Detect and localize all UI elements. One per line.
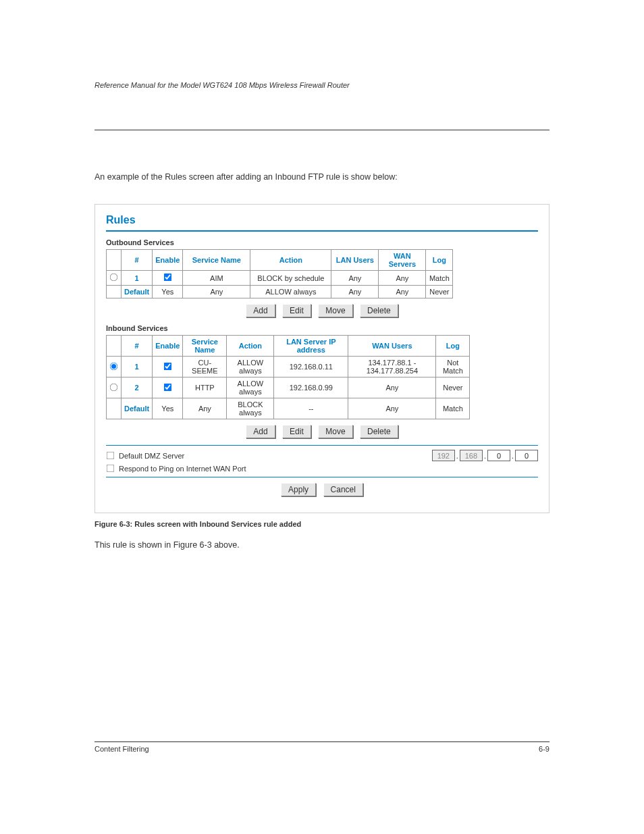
cell-wan: Any	[348, 377, 436, 398]
table-header: #	[122, 336, 153, 357]
table-header: Log	[436, 336, 470, 357]
page-footer: Content Filtering 6-9	[95, 741, 549, 753]
options-rule-top	[106, 445, 538, 446]
options-rule-bottom	[106, 477, 538, 477]
cell-service: Any	[183, 286, 250, 298]
table-header: LAN Server IP address	[274, 336, 348, 357]
cell-log: Never	[426, 286, 453, 298]
table-header: Enable	[153, 336, 183, 357]
table-header: Enable	[153, 250, 183, 271]
header-rule	[95, 130, 549, 130]
cell-lan: 192.168.0.99	[274, 377, 348, 398]
cell-service: Any	[183, 398, 227, 419]
dmz-checkbox[interactable]	[107, 452, 115, 460]
inbound-buttons: Add Edit Move Delete	[106, 425, 538, 438]
row-index[interactable]: Default	[122, 398, 153, 419]
body-paragraph: This rule is shown in Figure 6-3 above.	[95, 539, 549, 552]
ping-label: Respond to Ping on Internet WAN Port	[119, 465, 246, 473]
dmz-row: Default DMZ Server . . .	[106, 450, 538, 461]
cell-log: Match	[426, 271, 453, 286]
outbound-edit-button[interactable]: Edit	[282, 304, 311, 317]
cell-action: ALLOW always	[227, 377, 274, 398]
row-enable-checkbox[interactable]	[163, 384, 171, 392]
figure-caption: Figure 6-3: Rules screen with Inbound Se…	[95, 520, 549, 528]
cell-lan: --	[274, 398, 348, 419]
dmz-ip-3[interactable]	[487, 450, 510, 461]
table-row: DefaultYesAnyBLOCK always--AnyMatch	[107, 398, 470, 419]
row-select-radio[interactable]	[110, 273, 118, 282]
inbound-edit-button[interactable]: Edit	[282, 425, 311, 438]
rules-panel: Rules Outbound Services #EnableService N…	[95, 204, 549, 513]
inbound-delete-button[interactable]: Delete	[360, 425, 398, 438]
cancel-button[interactable]: Cancel	[323, 483, 363, 496]
cell-action: BLOCK always	[227, 398, 274, 419]
row-select-radio[interactable]	[110, 384, 118, 392]
table-header: WAN Users	[348, 336, 436, 357]
table-header: Service Name	[183, 336, 227, 357]
dmz-ip-2[interactable]	[460, 450, 483, 461]
dmz-ip-4[interactable]	[515, 450, 538, 461]
table-header: Service Name	[183, 250, 250, 271]
outbound-move-button[interactable]: Move	[318, 304, 352, 317]
cell-action: ALLOW always	[250, 286, 331, 298]
dmz-label: Default DMZ Server	[119, 452, 184, 460]
inbound-table: #EnableService NameActionLAN Server IP a…	[106, 335, 470, 419]
cell-service: AIM	[183, 271, 250, 286]
cell-lan: Any	[331, 286, 379, 298]
cell-action: BLOCK by schedule	[250, 271, 331, 286]
outbound-label: Outbound Services	[106, 238, 538, 246]
outbound-buttons: Add Edit Move Delete	[106, 304, 538, 317]
cell-action: ALLOW always	[227, 357, 274, 377]
inbound-label: Inbound Services	[106, 324, 538, 332]
table-header: Action	[250, 250, 331, 271]
footer-buttons: Apply Cancel	[106, 483, 538, 496]
outbound-add-button[interactable]: Add	[246, 304, 275, 317]
table-header	[107, 336, 122, 357]
cell-log: Match	[436, 398, 470, 419]
table-header: LAN Users	[331, 250, 379, 271]
table-header: Log	[426, 250, 453, 271]
cell-wan: Any	[348, 398, 436, 419]
table-row: 1AIMBLOCK by scheduleAnyAnyMatch	[107, 271, 453, 286]
outbound-delete-button[interactable]: Delete	[360, 304, 398, 317]
row-enable-checkbox[interactable]	[163, 363, 171, 371]
ping-row: Respond to Ping on Internet WAN Port	[106, 464, 538, 473]
row-index[interactable]: 1	[122, 357, 153, 377]
inbound-move-button[interactable]: Move	[318, 425, 352, 438]
header-left: Reference Manual for the Model WGT624 10…	[95, 81, 549, 89]
cell-lan: Any	[331, 271, 379, 286]
cell-service: CU-SEEME	[183, 357, 227, 377]
table-header: Action	[227, 336, 274, 357]
cell-wan: Any	[379, 271, 426, 286]
table-header	[107, 250, 122, 271]
table-header: WAN Servers	[379, 250, 426, 271]
row-select-radio[interactable]	[110, 363, 118, 371]
row-enable-checkbox[interactable]	[163, 273, 171, 282]
cell-log: Not Match	[436, 357, 470, 377]
outbound-table: #EnableService NameActionLAN UsersWAN Se…	[106, 249, 453, 298]
table-row: DefaultYesAnyALLOW alwaysAnyAnyNever	[107, 286, 453, 298]
footer-left: Content Filtering	[95, 745, 149, 753]
dmz-ip-group: . . .	[432, 450, 538, 461]
row-index[interactable]: Default	[122, 286, 153, 298]
cell-wan: Any	[379, 286, 426, 298]
table-row: 2HTTPALLOW always192.168.0.99AnyNever	[107, 377, 470, 398]
ping-checkbox[interactable]	[107, 465, 115, 473]
cell-lan: 192.168.0.11	[274, 357, 348, 377]
intro-text: An example of the Rules screen after add…	[95, 171, 549, 184]
cell-wan: 134.177.88.1 - 134.177.88.254	[348, 357, 436, 377]
table-header: #	[122, 250, 153, 271]
panel-title-rule	[106, 230, 538, 232]
row-index[interactable]: 1	[122, 271, 153, 286]
cell-log: Never	[436, 377, 470, 398]
dmz-ip-1[interactable]	[432, 450, 455, 461]
row-index[interactable]: 2	[122, 377, 153, 398]
table-row: 1CU-SEEMEALLOW always192.168.0.11134.177…	[107, 357, 470, 377]
inbound-add-button[interactable]: Add	[246, 425, 275, 438]
apply-button[interactable]: Apply	[281, 483, 316, 496]
footer-right: 6-9	[539, 745, 549, 753]
panel-title: Rules	[106, 214, 538, 226]
cell-service: HTTP	[183, 377, 227, 398]
